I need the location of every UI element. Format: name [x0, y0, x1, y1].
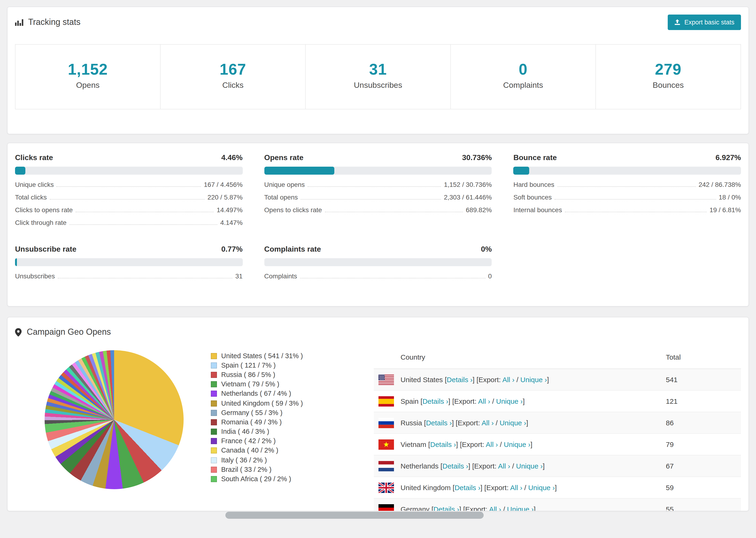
details-link[interactable]: Details ›	[422, 397, 448, 405]
legend-item: Germany ( 55 / 3% )	[211, 408, 374, 417]
dotted-leader	[555, 199, 716, 199]
stat-label: Complaints	[451, 81, 595, 90]
legend-label: Vietnam ( 79 / 5% )	[221, 380, 279, 388]
bracket: [	[443, 376, 447, 384]
progress-bar	[264, 258, 492, 266]
country-name: United Kingdom	[401, 484, 451, 492]
flag-icon	[378, 482, 394, 493]
export-label: Export:	[462, 440, 484, 448]
details-link[interactable]: Details ›	[455, 484, 480, 492]
geo-pie-chart[interactable]	[45, 350, 184, 489]
country-cell: Russia [Details ›] [Export: All › / Uniq…	[401, 419, 666, 427]
details-link[interactable]: Details ›	[433, 505, 459, 511]
rate-title: Clicks rate	[15, 153, 53, 162]
separator: /	[510, 462, 516, 470]
rate-value: 0.77%	[221, 245, 243, 253]
total-cell: 541	[666, 376, 736, 384]
rate-value: 0%	[481, 245, 492, 253]
total-cell: 67	[666, 462, 736, 470]
rate-rows: Unique clicks 167 / 4.456% Total clicks …	[15, 178, 243, 229]
rate-stat-label: Unique clicks	[15, 181, 54, 189]
rate-stat-row: Clicks to opens rate 14.497%	[15, 204, 243, 216]
legend-label: United Kingdom ( 59 / 3% )	[221, 399, 303, 407]
tracking-stats-card: Tracking stats Export basic stats 1,152 …	[7, 7, 749, 134]
campaign-geo-opens-body: United States ( 541 / 31% ) Spain ( 121 …	[8, 344, 748, 511]
legend-label: India ( 46 / 3% )	[221, 428, 269, 436]
export-unique-link[interactable]: Unique ›	[516, 462, 543, 470]
bracket: [	[439, 462, 443, 470]
country-cell: Germany [Details ›] [Export: All › / Uni…	[401, 505, 666, 511]
stats-row: 1,152 Opens 167 Clicks 31 Unsubscribes 0…	[15, 44, 741, 109]
bracket: ] [	[473, 376, 478, 384]
rate-rows: Unique opens 1,152 / 30.736% Total opens…	[264, 178, 492, 216]
stat-box: 279 Bounces	[595, 44, 741, 109]
export-all-link[interactable]: All ›	[498, 462, 510, 470]
rate-header: Complaints rate 0%	[264, 245, 492, 253]
table-row: Germany [Details ›] [Export: All › / Uni…	[374, 499, 741, 511]
table-row: United States [Details ›] [Export: All ›…	[374, 369, 741, 391]
export-unique-link[interactable]: Unique ›	[500, 419, 526, 427]
legend-swatch	[211, 381, 217, 387]
rate-rows: Unsubscribes 31	[15, 270, 243, 283]
horizontal-scrollbar-thumb[interactable]	[225, 512, 484, 519]
rate-stat-value: 19 / 6.81%	[710, 206, 741, 214]
export-unique-link[interactable]: Unique ›	[507, 505, 534, 511]
legend-label: Brazil ( 33 / 2% )	[221, 466, 271, 474]
bracket: [	[426, 440, 430, 448]
legend-swatch	[211, 353, 217, 359]
export-all-link[interactable]: All ›	[489, 505, 501, 511]
legend-label: United States ( 541 / 31% )	[221, 352, 303, 360]
dotted-leader	[76, 212, 214, 212]
total-cell: 121	[666, 397, 736, 405]
country-name: Spain	[401, 397, 419, 405]
export-all-link[interactable]: All ›	[482, 419, 494, 427]
legend-item: Netherlands ( 67 / 4% )	[211, 389, 374, 399]
rate-stat-row: Unique clicks 167 / 4.456%	[15, 178, 243, 191]
rate-stat-row: Total clicks 220 / 5.87%	[15, 191, 243, 204]
rate-title: Opens rate	[264, 153, 303, 162]
dotted-leader	[300, 278, 485, 278]
table-row: Spain [Details ›] [Export: All › / Uniqu…	[374, 391, 741, 412]
legend-swatch	[211, 419, 217, 425]
details-link[interactable]: Details ›	[442, 462, 468, 470]
rate-stat-value: 242 / 86.738%	[698, 181, 741, 189]
legend-item: Romania ( 49 / 3% )	[211, 418, 374, 427]
export-unique-link[interactable]: Unique ›	[496, 397, 523, 405]
legend-label: Spain ( 121 / 7% )	[221, 361, 276, 369]
export-basic-stats-button[interactable]: Export basic stats	[668, 15, 741, 30]
country-name: Russia	[401, 419, 422, 427]
legend-swatch	[211, 400, 217, 406]
legend-item: Italy ( 36 / 2% )	[211, 456, 374, 465]
separator: /	[522, 484, 528, 492]
rate-stat-label: Unsubscribes	[15, 272, 55, 280]
section-title: Campaign Geo Opens	[27, 327, 111, 337]
details-link[interactable]: Details ›	[447, 376, 473, 384]
space	[501, 376, 503, 384]
table-row: Vietnam [Details ›] [Export: All › / Uni…	[374, 434, 741, 456]
details-link[interactable]: Details ›	[430, 440, 456, 448]
country-name: Germany	[401, 505, 429, 511]
export-all-link[interactable]: All ›	[478, 397, 490, 405]
rate-stat-value: 18 / 0%	[719, 193, 741, 201]
rate-stat-value: 31	[235, 272, 243, 280]
export-button-label: Export basic stats	[684, 19, 734, 26]
separator: /	[498, 440, 504, 448]
export-all-link[interactable]: All ›	[486, 440, 498, 448]
rate-stat-label: Soft bounces	[513, 193, 552, 201]
export-unique-link[interactable]: Unique ›	[520, 376, 547, 384]
export-unique-link[interactable]: Unique ›	[504, 440, 530, 448]
country-name: Vietnam	[401, 440, 426, 448]
country-name: Netherlands	[401, 462, 439, 470]
details-link[interactable]: Details ›	[426, 419, 452, 427]
stat-label: Unsubscribes	[306, 81, 450, 90]
legend-swatch	[211, 409, 217, 416]
progress-bar-fill	[15, 167, 25, 175]
export-all-link[interactable]: All ›	[510, 484, 522, 492]
flag-icon	[378, 461, 394, 471]
rate-stat-row: Click through rate 4.147%	[15, 216, 243, 229]
bracket: ] [	[456, 440, 462, 448]
export-all-link[interactable]: All ›	[503, 376, 514, 384]
rate-stat-label: Unique opens	[264, 181, 305, 189]
bracket: ]	[543, 462, 544, 470]
export-unique-link[interactable]: Unique ›	[528, 484, 555, 492]
